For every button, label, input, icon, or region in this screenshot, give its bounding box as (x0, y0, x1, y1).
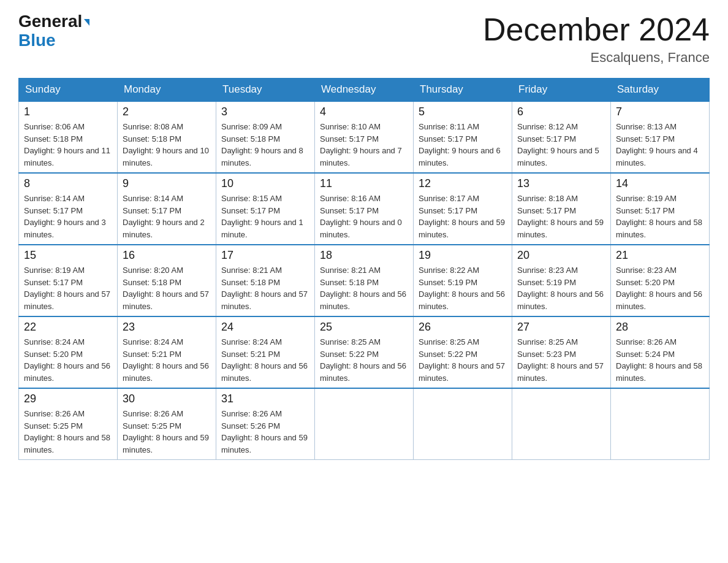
page-header: General Blue December 2024 Escalquens, F… (18, 12, 710, 66)
day-info: Sunrise: 8:25 AM Sunset: 5:23 PM Dayligh… (517, 336, 605, 384)
table-cell: 26 Sunrise: 8:25 AM Sunset: 5:22 PM Dayl… (414, 316, 512, 388)
day-info: Sunrise: 8:23 AM Sunset: 5:20 PM Dayligh… (616, 264, 704, 312)
day-info: Sunrise: 8:09 AM Sunset: 5:18 PM Dayligh… (221, 121, 309, 169)
sunrise: Sunrise: 8:19 AM (24, 266, 85, 275)
sunset: Sunset: 5:20 PM (616, 278, 675, 287)
sunrise: Sunrise: 8:24 AM (24, 337, 85, 347)
day-number: 8 (24, 177, 112, 190)
table-cell: 4 Sunrise: 8:10 AM Sunset: 5:17 PM Dayli… (315, 101, 414, 173)
table-cell: 6 Sunrise: 8:12 AM Sunset: 5:17 PM Dayli… (512, 101, 611, 173)
day-number: 26 (419, 321, 507, 334)
week-row-3: 15 Sunrise: 8:19 AM Sunset: 5:17 PM Dayl… (19, 245, 710, 316)
day-number: 21 (616, 249, 704, 262)
table-cell: 30 Sunrise: 8:26 AM Sunset: 5:25 PM Dayl… (118, 388, 216, 460)
table-cell: 13 Sunrise: 8:18 AM Sunset: 5:17 PM Dayl… (512, 173, 611, 245)
day-number: 20 (517, 249, 605, 262)
table-cell: 17 Sunrise: 8:21 AM Sunset: 5:18 PM Dayl… (216, 245, 315, 316)
day-info: Sunrise: 8:24 AM Sunset: 5:21 PM Dayligh… (123, 336, 211, 384)
day-number: 3 (221, 105, 309, 118)
daylight: Daylight: 9 hours and 5 minutes. (517, 146, 599, 167)
col-monday: Monday (118, 79, 216, 102)
table-cell: 3 Sunrise: 8:09 AM Sunset: 5:18 PM Dayli… (216, 101, 315, 173)
day-number: 5 (419, 105, 507, 118)
sunrise: Sunrise: 8:23 AM (616, 266, 677, 275)
daylight: Daylight: 8 hours and 57 minutes. (221, 289, 308, 311)
table-cell: 20 Sunrise: 8:23 AM Sunset: 5:19 PM Dayl… (512, 245, 611, 316)
table-cell (611, 388, 710, 460)
table-cell: 19 Sunrise: 8:22 AM Sunset: 5:19 PM Dayl… (414, 245, 512, 316)
daylight: Daylight: 8 hours and 57 minutes. (123, 289, 209, 311)
day-number: 11 (320, 177, 408, 190)
table-cell: 14 Sunrise: 8:19 AM Sunset: 5:17 PM Dayl… (611, 173, 710, 245)
table-cell: 10 Sunrise: 8:15 AM Sunset: 5:17 PM Dayl… (216, 173, 315, 245)
table-cell: 7 Sunrise: 8:13 AM Sunset: 5:17 PM Dayli… (611, 101, 710, 173)
table-cell: 22 Sunrise: 8:24 AM Sunset: 5:20 PM Dayl… (19, 316, 118, 388)
day-number: 19 (419, 249, 507, 262)
col-sunday: Sunday (19, 79, 118, 102)
table-cell: 31 Sunrise: 8:26 AM Sunset: 5:26 PM Dayl… (216, 388, 315, 460)
sunrise: Sunrise: 8:26 AM (24, 409, 85, 418)
day-number: 1 (24, 105, 112, 118)
day-number: 30 (123, 393, 211, 405)
sunrise: Sunrise: 8:26 AM (221, 409, 282, 418)
week-row-5: 29 Sunrise: 8:26 AM Sunset: 5:25 PM Dayl… (19, 388, 710, 460)
day-info: Sunrise: 8:26 AM Sunset: 5:26 PM Dayligh… (221, 408, 309, 456)
day-number: 4 (320, 105, 408, 118)
table-cell (315, 388, 414, 460)
day-number: 14 (616, 177, 704, 190)
sunset: Sunset: 5:25 PM (24, 421, 83, 431)
daylight: Daylight: 8 hours and 57 minutes. (419, 361, 505, 383)
table-cell: 8 Sunrise: 8:14 AM Sunset: 5:17 PM Dayli… (19, 173, 118, 245)
sunrise: Sunrise: 8:17 AM (419, 194, 479, 203)
table-cell (414, 388, 512, 460)
day-info: Sunrise: 8:24 AM Sunset: 5:20 PM Dayligh… (24, 336, 112, 384)
sunrise: Sunrise: 8:11 AM (419, 122, 479, 131)
day-info: Sunrise: 8:19 AM Sunset: 5:17 PM Dayligh… (24, 264, 112, 312)
daylight: Daylight: 9 hours and 2 minutes. (123, 218, 205, 239)
month-title: December 2024 (483, 12, 710, 47)
sunset: Sunset: 5:17 PM (24, 206, 83, 215)
sunset: Sunset: 5:17 PM (419, 134, 477, 144)
daylight: Daylight: 9 hours and 1 minute. (221, 218, 303, 239)
sunset: Sunset: 5:17 PM (419, 206, 477, 215)
day-info: Sunrise: 8:18 AM Sunset: 5:17 PM Dayligh… (517, 193, 605, 240)
daylight: Daylight: 9 hours and 0 minutes. (320, 218, 402, 239)
day-number: 23 (123, 321, 211, 334)
daylight: Daylight: 9 hours and 10 minutes. (123, 146, 209, 167)
day-info: Sunrise: 8:17 AM Sunset: 5:17 PM Dayligh… (419, 193, 507, 240)
table-cell: 9 Sunrise: 8:14 AM Sunset: 5:17 PM Dayli… (118, 173, 216, 245)
daylight: Daylight: 8 hours and 59 minutes. (517, 218, 604, 239)
sunrise: Sunrise: 8:14 AM (24, 194, 85, 203)
daylight: Daylight: 8 hours and 58 minutes. (616, 218, 702, 239)
sunrise: Sunrise: 8:16 AM (320, 194, 381, 203)
day-number: 2 (123, 105, 211, 118)
daylight: Daylight: 9 hours and 8 minutes. (221, 146, 303, 167)
sunset: Sunset: 5:25 PM (123, 421, 181, 431)
sunrise: Sunrise: 8:26 AM (123, 409, 183, 418)
title-area: December 2024 Escalquens, France (483, 12, 710, 66)
week-row-4: 22 Sunrise: 8:24 AM Sunset: 5:20 PM Dayl… (19, 316, 710, 388)
day-number: 25 (320, 321, 408, 334)
daylight: Daylight: 8 hours and 58 minutes. (24, 433, 110, 454)
daylight: Daylight: 8 hours and 56 minutes. (320, 361, 406, 383)
sunset: Sunset: 5:18 PM (221, 278, 280, 287)
daylight: Daylight: 8 hours and 58 minutes. (616, 361, 702, 383)
day-number: 29 (24, 393, 112, 405)
sunrise: Sunrise: 8:22 AM (419, 266, 479, 275)
sunrise: Sunrise: 8:23 AM (517, 266, 578, 275)
day-info: Sunrise: 8:08 AM Sunset: 5:18 PM Dayligh… (123, 121, 211, 169)
sunrise: Sunrise: 8:21 AM (221, 266, 282, 275)
daylight: Daylight: 8 hours and 57 minutes. (24, 289, 110, 311)
sunrise: Sunrise: 8:14 AM (123, 194, 183, 203)
table-cell: 28 Sunrise: 8:26 AM Sunset: 5:24 PM Dayl… (611, 316, 710, 388)
day-number: 7 (616, 105, 704, 118)
location: Escalquens, France (483, 50, 710, 66)
col-friday: Friday (512, 79, 611, 102)
table-cell: 5 Sunrise: 8:11 AM Sunset: 5:17 PM Dayli… (414, 101, 512, 173)
day-info: Sunrise: 8:25 AM Sunset: 5:22 PM Dayligh… (320, 336, 408, 384)
daylight: Daylight: 8 hours and 57 minutes. (517, 361, 604, 383)
day-info: Sunrise: 8:11 AM Sunset: 5:17 PM Dayligh… (419, 121, 507, 169)
day-number: 17 (221, 249, 309, 262)
table-cell: 1 Sunrise: 8:06 AM Sunset: 5:18 PM Dayli… (19, 101, 118, 173)
sunrise: Sunrise: 8:12 AM (517, 122, 578, 131)
